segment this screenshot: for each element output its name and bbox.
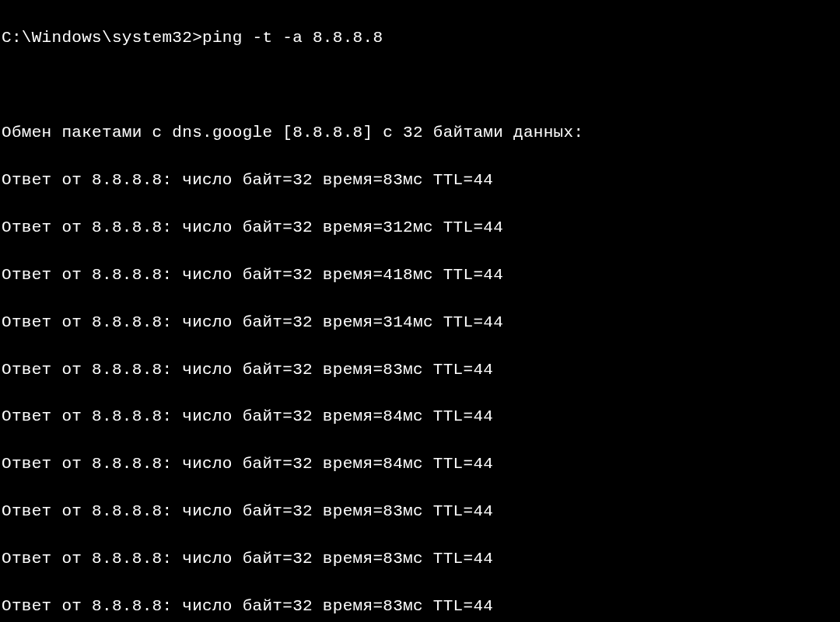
- blank-line: [2, 74, 838, 97]
- ping-reply: Ответ от 8.8.8.8: число байт=32 время=84…: [2, 453, 838, 476]
- ping-reply: Ответ от 8.8.8.8: число байт=32 время=83…: [2, 500, 838, 523]
- ping-reply: Ответ от 8.8.8.8: число байт=32 время=83…: [2, 169, 838, 192]
- ping-reply: Ответ от 8.8.8.8: число байт=32 время=83…: [2, 595, 838, 618]
- command-text: ping -t -a 8.8.8.8: [202, 29, 383, 47]
- prompt-path: C:\Windows\system32>: [2, 29, 202, 47]
- ping-reply: Ответ от 8.8.8.8: число байт=32 время=84…: [2, 405, 838, 428]
- ping-reply: Ответ от 8.8.8.8: число байт=32 время=31…: [2, 216, 838, 239]
- ping-reply: Ответ от 8.8.8.8: число байт=32 время=31…: [2, 311, 838, 334]
- terminal-output[interactable]: C:\Windows\system32>ping -t -a 8.8.8.8 О…: [2, 3, 838, 622]
- ping-reply: Ответ от 8.8.8.8: число байт=32 время=41…: [2, 264, 838, 287]
- command-prompt-line: C:\Windows\system32>ping -t -a 8.8.8.8: [2, 26, 838, 50]
- ping-header: Обмен пакетами с dns.google [8.8.8.8] с …: [2, 121, 838, 145]
- ping-reply: Ответ от 8.8.8.8: число байт=32 время=83…: [2, 358, 838, 382]
- ping-reply: Ответ от 8.8.8.8: число байт=32 время=83…: [2, 547, 838, 571]
